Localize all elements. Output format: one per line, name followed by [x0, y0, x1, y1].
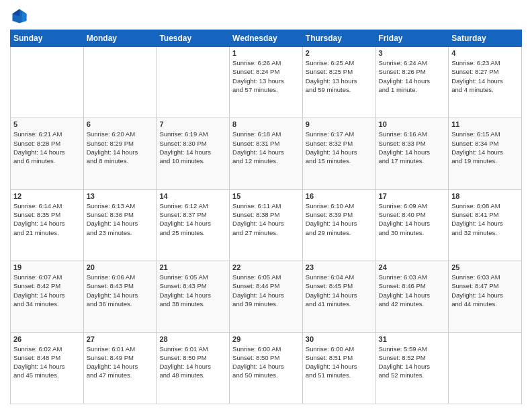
day-number: 28 [159, 335, 226, 343]
calendar-week-row: 1Sunrise: 6:26 AM Sunset: 8:24 PM Daylig… [11, 47, 522, 118]
calendar-cell: 14Sunrise: 6:12 AM Sunset: 8:37 PM Dayli… [157, 189, 230, 261]
calendar-cell: 3Sunrise: 6:24 AM Sunset: 8:26 PM Daylig… [375, 47, 449, 118]
weekday-header: Monday [83, 30, 157, 47]
day-info: Sunrise: 6:01 AM Sunset: 8:50 PM Dayligh… [159, 345, 226, 380]
day-info: Sunrise: 6:14 AM Sunset: 8:35 PM Dayligh… [13, 201, 81, 237]
header [10, 7, 522, 26]
day-number: 6 [87, 120, 154, 128]
day-number: 15 [232, 192, 300, 200]
calendar-cell [83, 47, 157, 118]
day-number: 29 [232, 335, 300, 343]
calendar-cell: 31Sunrise: 5:59 AM Sunset: 8:52 PM Dayli… [375, 332, 449, 404]
calendar-cell: 7Sunrise: 6:19 AM Sunset: 8:30 PM Daylig… [157, 118, 230, 189]
calendar-cell: 26Sunrise: 6:02 AM Sunset: 8:48 PM Dayli… [11, 332, 84, 404]
weekday-header: Saturday [449, 30, 522, 47]
calendar-cell: 20Sunrise: 6:06 AM Sunset: 8:43 PM Dayli… [83, 261, 157, 332]
calendar-cell: 4Sunrise: 6:23 AM Sunset: 8:27 PM Daylig… [449, 47, 522, 118]
day-number: 25 [451, 263, 519, 271]
calendar-cell: 11Sunrise: 6:15 AM Sunset: 8:34 PM Dayli… [449, 118, 522, 189]
calendar-cell: 5Sunrise: 6:21 AM Sunset: 8:28 PM Daylig… [11, 118, 84, 189]
calendar-cell: 15Sunrise: 6:11 AM Sunset: 8:38 PM Dayli… [230, 189, 303, 261]
calendar-cell: 10Sunrise: 6:16 AM Sunset: 8:33 PM Dayli… [375, 118, 449, 189]
logo [10, 7, 32, 26]
calendar-week-row: 19Sunrise: 6:07 AM Sunset: 8:42 PM Dayli… [11, 261, 522, 332]
day-info: Sunrise: 6:18 AM Sunset: 8:31 PM Dayligh… [232, 130, 300, 165]
calendar-cell: 29Sunrise: 6:00 AM Sunset: 8:50 PM Dayli… [230, 332, 303, 404]
day-number: 20 [87, 263, 154, 271]
weekday-header: Thursday [302, 30, 375, 47]
day-info: Sunrise: 5:59 AM Sunset: 8:52 PM Dayligh… [379, 345, 446, 380]
calendar-cell: 6Sunrise: 6:20 AM Sunset: 8:29 PM Daylig… [83, 118, 157, 189]
calendar-cell: 18Sunrise: 6:08 AM Sunset: 8:41 PM Dayli… [449, 189, 522, 261]
day-info: Sunrise: 6:25 AM Sunset: 8:25 PM Dayligh… [306, 58, 373, 94]
day-info: Sunrise: 6:19 AM Sunset: 8:30 PM Dayligh… [159, 130, 226, 165]
day-number: 12 [13, 192, 81, 200]
logo-icon [10, 7, 29, 26]
day-info: Sunrise: 6:13 AM Sunset: 8:36 PM Dayligh… [87, 201, 154, 237]
day-number: 16 [306, 192, 373, 200]
day-info: Sunrise: 6:02 AM Sunset: 8:48 PM Dayligh… [13, 345, 81, 380]
day-info: Sunrise: 6:23 AM Sunset: 8:27 PM Dayligh… [451, 58, 519, 94]
day-number: 18 [451, 192, 519, 200]
day-info: Sunrise: 6:15 AM Sunset: 8:34 PM Dayligh… [451, 130, 519, 165]
day-info: Sunrise: 6:00 AM Sunset: 8:51 PM Dayligh… [306, 345, 373, 380]
calendar-cell: 30Sunrise: 6:00 AM Sunset: 8:51 PM Dayli… [302, 332, 375, 404]
day-number: 11 [451, 120, 519, 128]
calendar-cell: 25Sunrise: 6:03 AM Sunset: 8:47 PM Dayli… [449, 261, 522, 332]
day-number: 21 [159, 263, 226, 271]
day-info: Sunrise: 6:05 AM Sunset: 8:44 PM Dayligh… [232, 273, 300, 308]
day-number: 22 [232, 263, 300, 271]
day-info: Sunrise: 6:03 AM Sunset: 8:46 PM Dayligh… [379, 273, 446, 308]
day-number: 23 [306, 263, 373, 271]
calendar-cell: 17Sunrise: 6:09 AM Sunset: 8:40 PM Dayli… [375, 189, 449, 261]
weekday-header: Wednesday [230, 30, 303, 47]
calendar-cell [157, 47, 230, 118]
calendar-cell: 28Sunrise: 6:01 AM Sunset: 8:50 PM Dayli… [157, 332, 230, 404]
day-info: Sunrise: 6:04 AM Sunset: 8:45 PM Dayligh… [306, 273, 373, 308]
calendar-cell: 19Sunrise: 6:07 AM Sunset: 8:42 PM Dayli… [11, 261, 84, 332]
calendar-cell: 12Sunrise: 6:14 AM Sunset: 8:35 PM Dayli… [11, 189, 84, 261]
day-info: Sunrise: 6:08 AM Sunset: 8:41 PM Dayligh… [451, 201, 519, 237]
day-info: Sunrise: 6:05 AM Sunset: 8:43 PM Dayligh… [159, 273, 226, 308]
day-number: 1 [232, 49, 300, 57]
day-info: Sunrise: 6:11 AM Sunset: 8:38 PM Dayligh… [232, 201, 300, 237]
calendar-cell: 22Sunrise: 6:05 AM Sunset: 8:44 PM Dayli… [230, 261, 303, 332]
day-number: 31 [379, 335, 446, 343]
day-number: 19 [13, 263, 81, 271]
day-info: Sunrise: 6:00 AM Sunset: 8:50 PM Dayligh… [232, 345, 300, 380]
day-number: 26 [13, 335, 81, 343]
day-number: 30 [306, 335, 373, 343]
day-number: 9 [306, 120, 373, 128]
day-number: 2 [306, 49, 373, 57]
day-info: Sunrise: 6:21 AM Sunset: 8:28 PM Dayligh… [13, 130, 81, 165]
calendar-week-row: 12Sunrise: 6:14 AM Sunset: 8:35 PM Dayli… [11, 189, 522, 261]
day-number: 17 [379, 192, 446, 200]
calendar-table: SundayMondayTuesdayWednesdayThursdayFrid… [10, 30, 522, 404]
day-info: Sunrise: 6:06 AM Sunset: 8:43 PM Dayligh… [87, 273, 154, 308]
day-number: 10 [379, 120, 446, 128]
day-info: Sunrise: 6:01 AM Sunset: 8:49 PM Dayligh… [87, 345, 154, 380]
day-info: Sunrise: 6:09 AM Sunset: 8:40 PM Dayligh… [379, 201, 446, 237]
day-info: Sunrise: 6:07 AM Sunset: 8:42 PM Dayligh… [13, 273, 81, 308]
day-info: Sunrise: 6:24 AM Sunset: 8:26 PM Dayligh… [379, 58, 446, 94]
calendar-cell: 21Sunrise: 6:05 AM Sunset: 8:43 PM Dayli… [157, 261, 230, 332]
calendar-cell: 23Sunrise: 6:04 AM Sunset: 8:45 PM Dayli… [302, 261, 375, 332]
day-number: 8 [232, 120, 300, 128]
day-number: 5 [13, 120, 81, 128]
calendar-cell: 16Sunrise: 6:10 AM Sunset: 8:39 PM Dayli… [302, 189, 375, 261]
calendar-cell: 2Sunrise: 6:25 AM Sunset: 8:25 PM Daylig… [302, 47, 375, 118]
day-number: 7 [159, 120, 226, 128]
calendar-cell: 9Sunrise: 6:17 AM Sunset: 8:32 PM Daylig… [302, 118, 375, 189]
day-number: 13 [87, 192, 154, 200]
calendar-week-row: 26Sunrise: 6:02 AM Sunset: 8:48 PM Dayli… [11, 332, 522, 404]
day-info: Sunrise: 6:10 AM Sunset: 8:39 PM Dayligh… [306, 201, 373, 237]
weekday-header: Friday [375, 30, 449, 47]
day-info: Sunrise: 6:26 AM Sunset: 8:24 PM Dayligh… [232, 58, 300, 94]
day-info: Sunrise: 6:12 AM Sunset: 8:37 PM Dayligh… [159, 201, 226, 237]
day-info: Sunrise: 6:03 AM Sunset: 8:47 PM Dayligh… [451, 273, 519, 308]
calendar-cell: 27Sunrise: 6:01 AM Sunset: 8:49 PM Dayli… [83, 332, 157, 404]
day-number: 14 [159, 192, 226, 200]
calendar-cell: 1Sunrise: 6:26 AM Sunset: 8:24 PM Daylig… [230, 47, 303, 118]
day-number: 4 [451, 49, 519, 57]
calendar-cell: 24Sunrise: 6:03 AM Sunset: 8:46 PM Dayli… [375, 261, 449, 332]
